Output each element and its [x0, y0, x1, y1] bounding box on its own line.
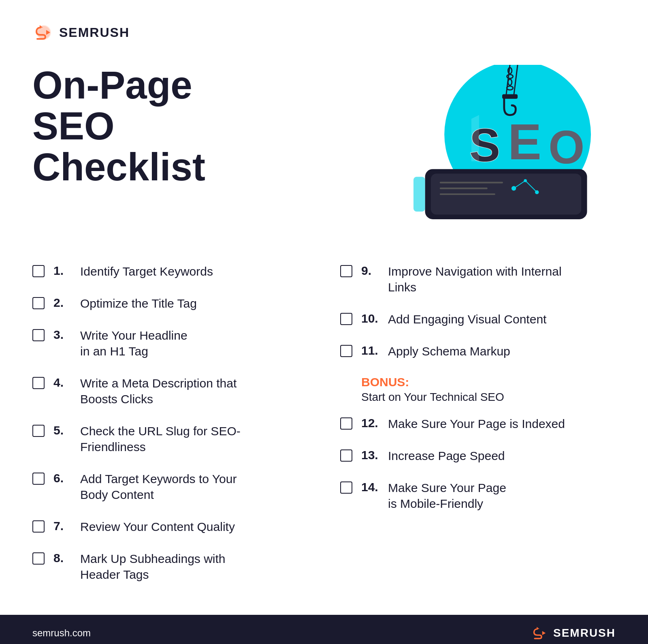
item-number-5: 5. [53, 423, 71, 438]
checklist-item-left-4[interactable]: 4.Write a Meta Description thatBoosts Cl… [32, 367, 308, 415]
checklist-item-right-6[interactable]: 14.Make Sure Your Pageis Mobile-Friendly [340, 472, 616, 520]
item-text-7: Review Your Content Quality [80, 519, 235, 535]
checkbox-right-6[interactable] [340, 481, 352, 494]
checklist-item-right-2[interactable]: 10.Add Engaging Visual Content [340, 303, 616, 335]
item-number-3: 3. [53, 327, 71, 342]
checkbox-2[interactable] [32, 297, 45, 309]
page-title: On-Page SEO Checklist [32, 65, 259, 187]
checkbox-3[interactable] [32, 329, 45, 341]
item-number-6: 6. [53, 471, 71, 486]
checkbox-right-3[interactable] [340, 345, 352, 357]
item-text-8: Mark Up Subheadings withHeader Tags [80, 551, 226, 582]
checkbox-7[interactable] [32, 520, 45, 533]
checkbox-4[interactable] [32, 377, 45, 389]
footer-logo-text: SEMRUSH [553, 627, 616, 640]
checklist-item-right-4[interactable]: 12.Make Sure Your Page is Indexed [340, 408, 616, 440]
checkbox-right-2[interactable] [340, 313, 352, 325]
item-number-right-2: 10. [361, 311, 379, 326]
checklist-item-left-7[interactable]: 7.Review Your Content Quality [32, 511, 308, 543]
item-text-6: Add Target Keywords to YourBody Content [80, 471, 237, 503]
item-number-1: 1. [53, 263, 71, 278]
item-number-2: 2. [53, 295, 71, 310]
bonus-section: BONUS:Start on Your Technical SEO [340, 367, 616, 408]
checklist-item-left-5[interactable]: 5.Check the URL Slug for SEO-Friendlines… [32, 415, 308, 463]
item-number-right-3: 11. [361, 343, 379, 358]
checklist-right-column: 9.Improve Navigation with InternalLinks1… [340, 255, 616, 591]
item-number-right-1: 9. [361, 263, 379, 278]
svg-point-22 [512, 186, 516, 190]
checklist-item-left-1[interactable]: 1.Identify Target Keywords [32, 255, 308, 287]
checklist-item-left-6[interactable]: 6.Add Target Keywords to YourBody Conten… [32, 463, 308, 511]
semrush-logo-icon [32, 24, 53, 41]
checkbox-6[interactable] [32, 473, 45, 485]
item-text-right-2: Add Engaging Visual Content [388, 311, 546, 327]
svg-text:O: O [548, 122, 584, 173]
checkbox-5[interactable] [32, 425, 45, 437]
item-text-4: Write a Meta Description thatBoosts Clic… [80, 375, 237, 407]
item-text-2: Optimize the Title Tag [80, 295, 197, 311]
item-number-7: 7. [53, 519, 71, 533]
item-text-1: Identify Target Keywords [80, 263, 213, 279]
item-text-right-3: Apply Schema Markup [388, 343, 510, 359]
title-illustration-row: On-Page SEO Checklist [32, 65, 616, 227]
checklist-item-right-5[interactable]: 13.Increase Page Speed [340, 440, 616, 472]
logo-text: SEMRUSH [59, 25, 130, 40]
checklist-left-column: 1.Identify Target Keywords2.Optimize the… [32, 255, 308, 591]
item-text-3: Write Your Headlinein an H1 Tag [80, 327, 188, 359]
svg-rect-5 [502, 94, 518, 98]
footer-url: semrush.com [32, 627, 91, 639]
checklist-item-left-3[interactable]: 3.Write Your Headlinein an H1 Tag [32, 319, 308, 367]
checklist-section: 1.Identify Target Keywords2.Optimize the… [32, 255, 616, 591]
item-number-4: 4. [53, 375, 71, 390]
footer-logo-icon [531, 626, 548, 640]
checkbox-right-5[interactable] [340, 449, 352, 462]
checklist-item-right-1[interactable]: 9.Improve Navigation with InternalLinks [340, 255, 616, 303]
item-number-8: 8. [53, 551, 71, 565]
item-text-right-4: Make Sure Your Page is Indexed [388, 416, 565, 432]
svg-text:E: E [508, 114, 541, 170]
bonus-subtitle: Start on Your Technical SEO [361, 391, 616, 404]
item-text-5: Check the URL Slug for SEO-Friendliness [80, 423, 241, 455]
checklist-item-left-8[interactable]: 8.Mark Up Subheadings withHeader Tags [32, 543, 308, 591]
footer-logo: SEMRUSH [531, 626, 616, 640]
checkbox-1[interactable] [32, 265, 45, 277]
checklist-item-left-2[interactable]: 2.Optimize the Title Tag [32, 287, 308, 319]
item-text-right-1: Improve Navigation with InternalLinks [388, 263, 562, 295]
logo-area: SEMRUSH [32, 24, 616, 41]
item-text-right-5: Increase Page Speed [388, 448, 505, 464]
footer: semrush.com SEMRUSH [0, 615, 648, 644]
checklist-item-right-3[interactable]: 11.Apply Schema Markup [340, 335, 616, 367]
checkbox-8[interactable] [32, 552, 45, 565]
item-number-right-5: 13. [361, 448, 379, 462]
bonus-title: BONUS: [361, 375, 616, 389]
checkbox-right-1[interactable] [340, 265, 352, 277]
seo-illustration-area: S S S E E O O [389, 65, 616, 227]
checkbox-right-4[interactable] [340, 417, 352, 430]
svg-rect-27 [414, 177, 425, 212]
item-text-right-6: Make Sure Your Pageis Mobile-Friendly [388, 480, 506, 511]
item-number-right-6: 14. [361, 480, 379, 494]
item-number-right-4: 12. [361, 416, 379, 430]
